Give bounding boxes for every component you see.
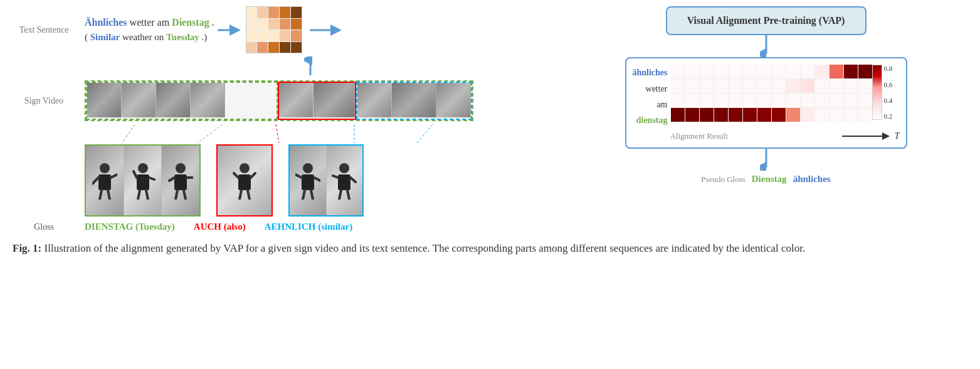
heatmap-cell [268, 30, 279, 41]
heatmap-cell [257, 30, 268, 41]
filmstrip-segment-green [86, 82, 278, 120]
heatmap-cell [858, 79, 872, 93]
heatmap-cell [700, 79, 714, 93]
arrow-down-1 [760, 35, 772, 57]
heatmap-cell [772, 94, 786, 107]
heatmap-cell [671, 94, 685, 107]
heatmap-cell [815, 79, 829, 93]
heatmap-cell [246, 30, 257, 41]
heatmap-cell [280, 30, 290, 41]
german-sentence: Ähnliches wetter am Dienstag . [85, 15, 214, 30]
heatmap-cell [714, 79, 728, 93]
film-frame [357, 83, 392, 117]
heatmap-cell [786, 65, 800, 78]
down-arrow-icon-2 [760, 149, 772, 171]
colorbar-labels: 0.8 0.6 0.4 0.2 [884, 65, 893, 120]
heatmap-cell [743, 94, 757, 107]
svg-line-11 [111, 174, 117, 178]
right-arrow-icon [218, 24, 243, 36]
heatmap-cell [786, 79, 800, 93]
heatmap-cell [772, 108, 786, 122]
img-panel [218, 146, 271, 215]
heatmap-cell [246, 19, 257, 30]
heatmap-cell [844, 65, 858, 78]
svg-line-42 [339, 190, 341, 200]
film-frame [313, 83, 355, 117]
heatmap-cell [257, 7, 268, 18]
svg-rect-15 [137, 174, 149, 190]
heatmap-cell [858, 94, 872, 107]
svg-line-41 [350, 178, 356, 182]
sign-video-label: Sign Video [13, 95, 75, 107]
person-sign-icon [130, 162, 155, 200]
person-sign-icon [232, 162, 257, 200]
paren-open: ( [85, 32, 88, 42]
colorbar-label-04: 0.4 [884, 97, 893, 104]
connectors [85, 124, 486, 143]
heatmap-cell [729, 94, 742, 107]
heatmap-cell [830, 108, 843, 122]
pseudo-gloss-row: Pseudo Gloss Dienstag ähnliches [701, 174, 830, 184]
top-row: Text Sentence Ähnliches wetter am Dienst… [13, 6, 552, 53]
svg-point-26 [240, 163, 250, 173]
up-arrow-row [85, 56, 552, 75]
align-footer: Alignment Result T [633, 131, 900, 141]
heatmap-cell [291, 7, 302, 18]
t-axis-arrow-icon [842, 132, 892, 141]
heatmap-cell [858, 108, 872, 122]
pseudo-gloss-dienstag: Dienstag [752, 174, 787, 184]
heatmap-cell [786, 94, 800, 107]
vap-box: Visual Alignment Pre-training (VAP) [666, 6, 867, 35]
colorbar: 0.8 0.6 0.4 0.2 [872, 65, 893, 120]
svg-line-37 [311, 190, 313, 200]
heatmap-cell [743, 79, 757, 93]
svg-rect-33 [302, 174, 314, 190]
heatmap-cell [729, 79, 742, 93]
heatmap-cell [268, 19, 279, 30]
film-frame [122, 83, 156, 117]
heatmap-cell [268, 42, 279, 53]
colorbar-label-08: 0.8 [884, 65, 893, 72]
sign-images-row [85, 144, 552, 217]
word-tuesday: Tuesday [166, 32, 199, 42]
heatmap-cell [757, 94, 771, 107]
heatmap-cell [844, 94, 858, 107]
film-frame [436, 83, 471, 117]
alignment-section: ähnliches wetter am dienstag 0.8 0.6 0.4… [625, 57, 907, 149]
heatmap-cell [246, 42, 257, 53]
svg-line-5 [276, 124, 279, 143]
heatmap-cell [257, 19, 268, 30]
svg-rect-27 [238, 174, 251, 190]
heatmap-cell [830, 65, 843, 78]
heatmap-cell [757, 79, 771, 93]
img-panel [124, 146, 162, 215]
film-frame [87, 83, 122, 117]
align-label-aehnliches: ähnliches [633, 65, 668, 80]
svg-line-22 [169, 178, 174, 181]
word-wetter-am: wetter am [130, 17, 172, 28]
heatmap-cell [772, 79, 786, 93]
heatmap-cell [858, 65, 872, 78]
heatmap-cell [830, 79, 843, 93]
heatmap-cell [700, 108, 714, 122]
sign-img-box-cyan [288, 144, 364, 217]
svg-line-17 [149, 178, 154, 179]
right-section: Visual Alignment Pre-training (VAP) ähnl… [564, 6, 967, 184]
heatmap-cell [743, 108, 757, 122]
connector-lines-svg [85, 124, 486, 143]
up-arrow-icon [304, 56, 317, 75]
gloss-auch: AUCH (also) [194, 222, 246, 232]
arrow-down-2 [760, 149, 772, 171]
colorbar-label-02: 0.2 [884, 112, 893, 120]
pseudo-gloss-aehnliches: ähnliches [793, 174, 831, 184]
svg-point-38 [339, 163, 349, 173]
svg-line-16 [134, 171, 137, 178]
svg-line-36 [303, 190, 305, 200]
svg-line-4 [198, 124, 223, 143]
sign-img-box-red [216, 144, 273, 217]
heatmap-cell [772, 65, 786, 78]
caption-bold: Fig. 1: [13, 242, 41, 254]
heatmap-cell [801, 94, 814, 107]
person-sign-icon [332, 162, 357, 200]
sign-frame-green [85, 144, 201, 217]
